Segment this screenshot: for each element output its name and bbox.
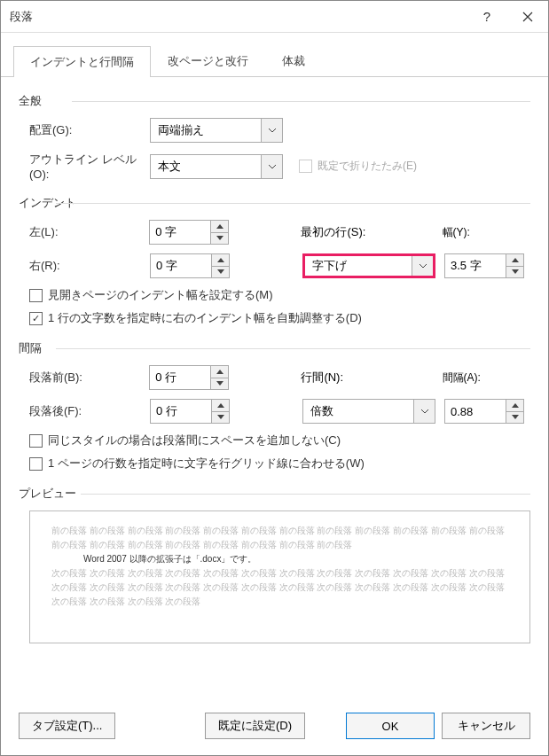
at-spinner[interactable]: 0.88	[444, 399, 524, 424]
spin-value: 0 字	[151, 258, 211, 274]
ok-button[interactable]: OK	[346, 713, 435, 739]
preview-sample-text: Word 2007 以降の拡張子は「.docx」です。	[51, 552, 508, 566]
spin-down-icon[interactable]	[212, 267, 229, 278]
left-indent-spinner[interactable]: 0 字	[149, 220, 229, 245]
tab-bar: インデントと行間隔 改ページと改行 体裁	[1, 33, 548, 77]
spin-value: 3.5 字	[445, 258, 506, 274]
group-heading: インデント	[19, 195, 530, 211]
tab-label: 体裁	[282, 54, 305, 67]
close-icon	[522, 12, 533, 22]
auto-indent-label: 1 行の文字数を指定時に右のインデント幅を自動調整する(D)	[48, 310, 362, 326]
select-value: 本文	[151, 159, 261, 175]
footer: タブ設定(T)... 既定に設定(D) OK キャンセル	[1, 700, 548, 755]
spin-down-icon[interactable]	[212, 412, 229, 424]
help-button[interactable]: ?	[467, 1, 507, 33]
special-indent-label: 最初の行(S):	[301, 224, 442, 240]
group-indent: インデント 左(L): 0 字 最初の行(S): 幅(Y): 右(R): 0 字	[19, 195, 530, 326]
spin-up-icon[interactable]	[506, 254, 523, 267]
close-button[interactable]	[507, 1, 548, 33]
spin-down-icon[interactable]	[211, 233, 228, 245]
by-label: 幅(Y):	[443, 225, 530, 240]
set-default-button[interactable]: 既定に設定(D)	[205, 713, 305, 739]
button-label: OK	[382, 720, 399, 733]
content: 全般 配置(G): 両端揃え アウトライン レベル(O): 本文 既定で折りたた…	[1, 77, 548, 700]
after-spinner[interactable]: 0 行	[150, 399, 230, 424]
chevron-down-icon	[412, 256, 433, 276]
tabs-button[interactable]: タブ設定(T)...	[19, 713, 115, 739]
special-indent-select[interactable]: 字下げ	[302, 253, 435, 278]
right-indent-label: 右(R):	[29, 258, 150, 274]
cancel-button[interactable]: キャンセル	[442, 713, 530, 739]
spin-up-icon[interactable]	[211, 221, 228, 233]
group-heading: 全般	[19, 93, 530, 109]
group-heading: プレビュー	[19, 486, 530, 502]
button-label: 既定に設定(D)	[218, 718, 292, 734]
mirror-indent-label: 見開きページのインデント幅を設定する(M)	[48, 287, 273, 303]
spin-up-icon[interactable]	[212, 400, 229, 412]
at-label: 間隔(A):	[443, 370, 530, 386]
group-heading: 間隔	[19, 340, 530, 356]
spin-up-icon[interactable]	[211, 366, 228, 378]
spin-value: 0 行	[151, 403, 211, 419]
collapsed-label: 既定で折りたたみ(E)	[318, 159, 417, 174]
spin-value: 0 字	[150, 224, 210, 240]
tab-label: 改ページと改行	[168, 54, 248, 67]
button-label: キャンセル	[458, 718, 515, 734]
by-spinner[interactable]: 3.5 字	[444, 253, 524, 278]
outline-select[interactable]: 本文	[150, 154, 283, 179]
group-spacing: 間隔 段落前(B): 0 行 行間(N): 間隔(A): 段落後(F): 0 行	[19, 340, 530, 472]
snap-grid-label: 1 ページの行数を指定時に文字を行グリッド線に合わせる(W)	[48, 456, 365, 472]
button-label: タブ設定(T)...	[32, 718, 102, 734]
group-general: 全般 配置(G): 両端揃え アウトライン レベル(O): 本文 既定で折りたた…	[19, 93, 530, 181]
chevron-down-icon	[261, 119, 282, 142]
no-space-same-style-checkbox[interactable]	[29, 434, 43, 448]
preview-before-text: 前の段落 前の段落 前の段落 前の段落 前の段落 前の段落 前の段落 前の段落 …	[51, 524, 508, 552]
tab-label: インデントと行間隔	[30, 55, 134, 68]
group-preview: プレビュー 前の段落 前の段落 前の段落 前の段落 前の段落 前の段落 前の段落…	[19, 486, 530, 643]
right-indent-spinner[interactable]: 0 字	[150, 253, 230, 278]
no-space-same-style-label: 同じスタイルの場合は段落間にスペースを追加しない(C)	[48, 433, 341, 448]
snap-grid-checkbox[interactable]	[29, 457, 43, 471]
dialog-title: 段落	[10, 9, 467, 25]
line-spacing-label: 行間(N):	[301, 370, 442, 386]
preview-box: 前の段落 前の段落 前の段落 前の段落 前の段落 前の段落 前の段落 前の段落 …	[29, 510, 530, 643]
tab-page-break[interactable]: 改ページと改行	[151, 45, 265, 76]
after-label: 段落後(F):	[29, 403, 150, 419]
select-value: 字下げ	[305, 258, 412, 274]
outline-label: アウトライン レベル(O):	[29, 152, 150, 181]
tab-indent-spacing[interactable]: インデントと行間隔	[13, 46, 151, 77]
spin-down-icon[interactable]	[506, 412, 523, 424]
titlebar: 段落 ?	[1, 1, 548, 33]
collapsed-checkbox	[299, 160, 312, 173]
chevron-down-icon	[413, 400, 435, 423]
preview-after-text: 次の段落 次の段落 次の段落 次の段落 次の段落 次の段落 次の段落 次の段落 …	[51, 566, 508, 609]
spin-down-icon[interactable]	[506, 267, 523, 278]
line-spacing-select[interactable]: 倍数	[302, 399, 435, 424]
spin-down-icon[interactable]	[211, 378, 228, 390]
alignment-select[interactable]: 両端揃え	[150, 118, 283, 143]
left-indent-label: 左(L):	[29, 224, 149, 240]
tab-asian[interactable]: 体裁	[265, 45, 322, 76]
spin-value: 0.88	[445, 405, 506, 418]
mirror-indent-checkbox[interactable]	[29, 289, 43, 302]
spin-up-icon[interactable]	[506, 400, 523, 412]
auto-indent-checkbox[interactable]: ✓	[29, 312, 43, 325]
before-label: 段落前(B):	[29, 370, 149, 386]
spin-up-icon[interactable]	[212, 254, 229, 267]
paragraph-dialog: 段落 ? インデントと行間隔 改ページと改行 体裁 全般 配置(G): 両端揃え…	[0, 0, 549, 756]
select-value: 両端揃え	[151, 122, 261, 138]
spin-value: 0 行	[150, 370, 210, 386]
select-value: 倍数	[303, 403, 413, 419]
chevron-down-icon	[261, 155, 282, 178]
before-spinner[interactable]: 0 行	[149, 365, 229, 390]
alignment-label: 配置(G):	[29, 122, 150, 138]
